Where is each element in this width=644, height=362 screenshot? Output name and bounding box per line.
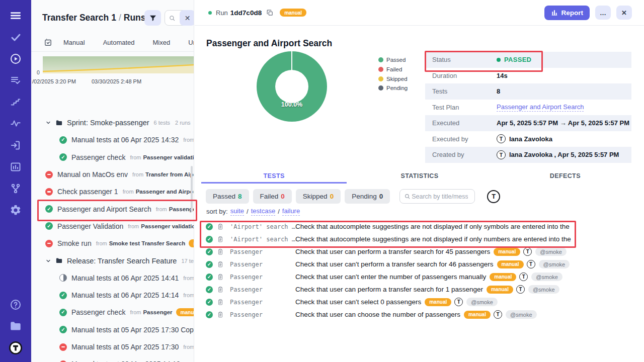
chevron-down-icon[interactable] <box>45 120 51 126</box>
search-icon <box>404 193 411 200</box>
donut-legend: PassedFailedSkippedPending <box>378 55 408 93</box>
summary-label: Executed <box>432 119 497 127</box>
panel-tab-manual[interactable]: Manual <box>63 39 85 46</box>
tree-run-row[interactable]: Manual tests at 06 Apr 2025 14:14fromPas… <box>31 287 194 304</box>
manual-badge: manual <box>490 273 516 281</box>
tree-run-row[interactable]: Passenger checkfromPassenger validationm… <box>31 149 194 166</box>
activity-icon[interactable] <box>8 116 23 131</box>
test-row[interactable]: PassengerCheck that user can perform a t… <box>206 283 644 296</box>
tree-folder-row[interactable]: Release: Transfer Search Feature17 tests… <box>31 252 194 269</box>
breadcrumb-project[interactable]: Transfer Search 1 <box>42 13 116 23</box>
avatar: T <box>527 260 535 268</box>
git-branch-icon[interactable] <box>8 181 23 196</box>
test-row[interactable]: PassengerCheck that user can choose the … <box>206 308 644 321</box>
tree-run-row[interactable]: Check passenger 1fromPassenger and Airpo… <box>31 183 194 200</box>
tree-run-from-target: Passenger <box>143 309 172 315</box>
more-button[interactable]: … <box>595 6 611 20</box>
passed-status-icon <box>45 205 53 213</box>
tree-run-row[interactable]: Manual tests at 06 Apr 2025 14:41fromTra… <box>31 269 194 287</box>
tree-run-row[interactable]: Manual tests at 05 Apr 2025 17:30 Copyfr… <box>31 321 194 338</box>
filter-chip-count: 0 <box>379 193 383 200</box>
summary-label: Executed by <box>432 135 497 143</box>
tree-run-row[interactable]: Manual on MacOs envfromTransfer from Aip… <box>31 166 194 183</box>
play-circle-icon[interactable] <box>8 51 23 66</box>
tree-run-label: Manual tests at 05 Apr 2025 17:30 <box>71 343 179 351</box>
filter-chip-failed[interactable]: Failed0 <box>253 189 292 204</box>
help-icon[interactable] <box>8 297 23 312</box>
summary-row: Created byTIana Zavoloka , Apr 5, 2025 5… <box>425 147 631 163</box>
tree-run-row[interactable]: Smoke runfromSmoke test Transfer Searchm… <box>31 235 194 252</box>
test-row[interactable]: 'Airport' search …Check that autocomplet… <box>206 233 644 245</box>
chart-y-tick: 0 <box>37 69 40 75</box>
test-suite: Passenger <box>230 261 295 268</box>
testcase-icon <box>217 236 224 243</box>
tab-statistics[interactable]: STATISTICS <box>347 169 492 184</box>
app-logo[interactable] <box>8 340 23 355</box>
search-icon <box>169 15 176 22</box>
test-title: Check that user can't enter the number o… <box>295 273 486 281</box>
sign-in-icon[interactable] <box>8 138 23 153</box>
sort-link-testcase[interactable]: testcase <box>251 207 275 216</box>
filter-chip-passed[interactable]: Passed8 <box>206 189 249 204</box>
settings-gear-icon[interactable] <box>8 203 23 218</box>
test-row[interactable]: 'Airport' search …Check that autocomplet… <box>206 220 644 233</box>
close-run-button[interactable]: ✕ <box>616 6 632 20</box>
summary-label: Tests <box>432 87 497 95</box>
select-all-icon[interactable] <box>44 38 52 47</box>
breadcrumb: Transfer Search 1/Runs <box>42 13 146 23</box>
tree-run-row[interactable]: Manual tests at 30 Mar 2025 14:18fromTra… <box>31 355 194 362</box>
sort-link-suite[interactable]: suite <box>230 207 244 216</box>
tests-search-input[interactable] <box>411 193 469 201</box>
test-row[interactable]: PassengerCheck that user can perform a t… <box>206 245 644 258</box>
partial-status-icon <box>59 274 67 282</box>
folder-icon <box>55 257 63 264</box>
tree-run-label: Manual tests at 06 Apr 2025 14:41 <box>71 274 179 282</box>
passed-status-icon <box>206 286 213 293</box>
assignee-avatar[interactable]: T <box>487 190 500 203</box>
legend-dot <box>378 57 383 62</box>
smoke-tag: @smoke <box>539 260 570 268</box>
menu-icon[interactable] <box>8 8 23 23</box>
testcase-icon <box>217 311 224 318</box>
steps-icon[interactable] <box>8 95 23 110</box>
tree-run-row[interactable]: Passenger checkfromPassengermanual6 <box>31 304 194 321</box>
panel-tab-automated[interactable]: Automated <box>103 39 135 46</box>
tree-run-row[interactable]: Passenger and Airport SearchfromPassenge… <box>31 200 194 217</box>
test-title: Check that autocomplete suggestings are … <box>295 223 570 230</box>
filter-chip-count: 0 <box>330 193 334 200</box>
summary-link[interactable]: Passenger and Airport Search <box>497 103 584 112</box>
tree-run-row[interactable]: Manual tests at 05 Apr 2025 17:30fromTra… <box>31 338 194 355</box>
filter-chip-skipped[interactable]: Skipped0 <box>296 189 341 204</box>
tab-tests[interactable]: TESTS <box>201 169 347 184</box>
report-button[interactable]: Report <box>544 6 590 20</box>
run-title: Passenger and Airport Search <box>206 38 332 49</box>
tests-search[interactable] <box>399 189 475 204</box>
avatar: T <box>497 134 506 143</box>
test-row[interactable]: PassengerCheck that user can't enter the… <box>206 270 644 283</box>
tree-run-row[interactable]: Passenger ValidationfromPassenger valida… <box>31 218 194 235</box>
tab-defects[interactable]: DEFECTS <box>493 169 638 184</box>
tree-run-from-label: from <box>183 275 194 281</box>
list-check-icon[interactable] <box>8 73 23 88</box>
test-row[interactable]: PassengerCheck that user can't perform a… <box>206 258 644 270</box>
legend-label: Pending <box>386 85 408 91</box>
panel-tab-unfinished[interactable]: Unfinished <box>188 39 194 46</box>
manual-badge: manual <box>487 286 513 294</box>
panel-search-close-button[interactable]: ✕ <box>180 10 194 26</box>
left-panel-scrollbar[interactable] <box>191 166 193 212</box>
folder-icon[interactable] <box>8 319 23 334</box>
sort-link-failure[interactable]: failure <box>282 207 300 216</box>
tree-run-row[interactable]: Manual tests at 06 Apr 2025 14:32fromPas… <box>31 131 194 148</box>
test-title: Check that user can perform a transfer s… <box>295 286 483 293</box>
filter-chip-pending[interactable]: Pending0 <box>345 189 390 204</box>
copy-icon[interactable] <box>266 9 274 17</box>
check-icon[interactable] <box>8 30 23 45</box>
avatar: T <box>523 247 532 256</box>
chevron-down-icon[interactable] <box>45 258 51 264</box>
filter-button[interactable] <box>144 10 161 26</box>
panel-tab-mixed[interactable]: Mixed <box>153 39 171 46</box>
tree-folder-row[interactable]: Sprint: Smoke-passenger6 tests2 runs <box>31 114 194 131</box>
test-row[interactable]: PassengerCheck that user can't select 0 … <box>206 296 644 308</box>
bar-chart-icon[interactable] <box>8 159 23 174</box>
report-chart-icon <box>551 9 558 16</box>
